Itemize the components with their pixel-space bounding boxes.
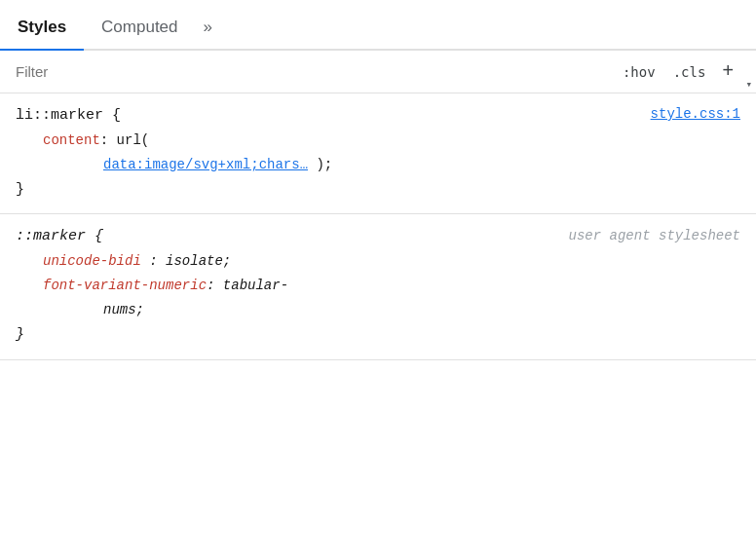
- add-rule-button[interactable]: +: [716, 62, 739, 82]
- rule2-closing-brace: }: [16, 322, 740, 348]
- rule1-prop-content: content : url(: [16, 129, 740, 153]
- css-rule-li-marker: li::marker { style.css:1 content : url( …: [0, 93, 756, 214]
- rule2-prop-value-2b-cont: nums;: [16, 298, 740, 322]
- filter-buttons: :hov .cls +: [616, 61, 745, 83]
- rule2-selector: ::marker {: [16, 224, 103, 249]
- rule1-source-link[interactable]: style.css:1: [651, 103, 740, 127]
- tab-bar: Styles Computed »: [0, 0, 756, 51]
- rule1-data-link[interactable]: data:image/svg+xml;chars…: [103, 157, 308, 172]
- hov-button[interactable]: :hov: [616, 61, 662, 83]
- filter-bar: :hov .cls + ▾: [0, 51, 756, 93]
- rule1-prop-value-continuation: data:image/svg+xml;chars… );: [16, 153, 740, 177]
- rule1-prop-name: content: [43, 129, 100, 153]
- rule1-colon-prefix: : url(: [100, 129, 149, 153]
- tab-computed[interactable]: Computed: [84, 8, 195, 49]
- rule2-prop-value-1: : isolate;: [149, 253, 231, 269]
- rule1-closing-paren: );: [316, 157, 332, 172]
- rule2-prop-unicode-bidi: unicode-bidi : isolate;: [16, 249, 740, 274]
- devtools-panel: Styles Computed » :hov .cls + ▾ li::mark…: [0, 0, 756, 559]
- rule1-closing-brace: }: [16, 177, 740, 203]
- rule2-prop-value-2b: nums;: [103, 302, 144, 317]
- rule2-prop-name-1: unicode-bidi: [43, 253, 141, 269]
- rule1-selector: li::marker {: [16, 103, 121, 129]
- user-agent-label: user agent stylesheet: [557, 225, 740, 248]
- rule2-prop-name-2: font-variant-numeric: [43, 274, 207, 298]
- tab-styles[interactable]: Styles: [0, 8, 84, 49]
- css-rule-marker-ua: ::marker { user agent stylesheet unicode…: [0, 214, 756, 360]
- cls-button[interactable]: .cls: [666, 61, 713, 83]
- css-content: li::marker { style.css:1 content : url( …: [0, 93, 756, 559]
- rule1-header: li::marker { style.css:1: [16, 103, 740, 129]
- rule2-prop-font-variant: font-variant-numeric : tabular-: [16, 274, 740, 298]
- filter-input[interactable]: [4, 57, 616, 86]
- tab-more-button[interactable]: »: [196, 8, 224, 49]
- rule2-header: ::marker { user agent stylesheet: [16, 224, 740, 249]
- corner-mark: ▾: [745, 80, 752, 93]
- rule2-prop-value-2a: : tabular-: [207, 274, 288, 298]
